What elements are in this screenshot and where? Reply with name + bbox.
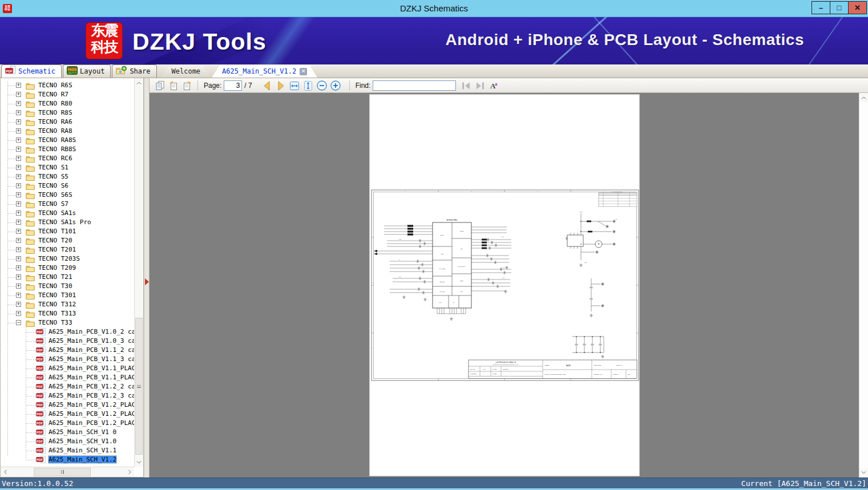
tree-file[interactable]: PDFA625_Main_PCB_V1.2_3 card — [1, 391, 134, 400]
tree-hscroll-thumb[interactable] — [34, 468, 91, 476]
tree-folder[interactable]: +TECNO RA6 — [1, 118, 134, 127]
fit-width-icon[interactable] — [288, 79, 301, 92]
tree-folder[interactable]: +TECNO T21 — [1, 273, 134, 282]
maximize-button[interactable]: □ — [830, 1, 849, 14]
tree-folder[interactable]: +TECNO R7 — [1, 90, 134, 99]
panel-splitter[interactable] — [144, 78, 150, 477]
tree-file[interactable]: PDFA625_Main_PCB_V1.1_3 card — [1, 355, 134, 364]
rotate-right-icon[interactable] — [180, 79, 194, 92]
expand-icon[interactable]: + — [16, 128, 21, 133]
tree-folder[interactable]: +TECNO R6S — [1, 81, 134, 90]
document-canvas[interactable]: MT6260 PMUBUCKLDOCHARGERLED DRVPWR SWREG… — [150, 93, 868, 477]
tree-folder[interactable]: +TECNO S6S — [1, 191, 134, 200]
tree-folder[interactable]: +TECNO S5 — [1, 172, 134, 181]
find-previous-icon[interactable] — [459, 79, 473, 92]
tree-file[interactable]: PDFA625_Main_PCB_V1.2_PLACEM — [1, 400, 134, 410]
tree-file[interactable]: PDFA625_Main_PCB_V1.1_PLACEM — [1, 373, 134, 382]
tree-vertical-scrollbar[interactable] — [134, 78, 143, 467]
tree-folder[interactable]: +TECNO T101 — [1, 227, 134, 236]
expand-icon[interactable]: + — [16, 311, 21, 316]
tree-folder[interactable]: +TECNO RA8S — [1, 136, 134, 145]
tree-file[interactable]: PDFA625_Main_SCH_V1 0 — [1, 428, 134, 437]
viewer-scroll-up-icon[interactable] — [859, 94, 868, 102]
expand-icon[interactable]: + — [16, 174, 21, 179]
viewer-scroll-down-icon[interactable] — [859, 468, 868, 477]
tree-folder[interactable]: +TECNO T20 — [1, 236, 134, 245]
expand-icon[interactable]: + — [16, 147, 21, 152]
tree-folder[interactable]: +TECNO T203S — [1, 254, 134, 264]
expand-icon[interactable]: + — [16, 183, 21, 188]
pdf-page[interactable]: MT6260 PMUBUCKLDOCHARGERLED DRVPWR SWREG… — [369, 94, 640, 476]
tab-document-a625[interactable]: A625_Main_SCH_V1.2 ✕ — [212, 65, 317, 78]
expand-icon[interactable]: + — [16, 238, 21, 243]
zoom-out-icon[interactable] — [315, 79, 329, 92]
scroll-right-icon[interactable] — [125, 467, 134, 477]
tree-folder[interactable]: +TECNO T313 — [1, 309, 134, 318]
tree-file[interactable]: PDFA625_Main_PCB_V1.1_2 card — [1, 346, 134, 355]
splitter-collapse-icon[interactable] — [145, 278, 149, 285]
tree-folder[interactable]: +TECNO T301 — [1, 291, 134, 300]
page-number-input[interactable] — [224, 80, 242, 91]
tree-folder[interactable]: +TECNO S1 — [1, 163, 134, 172]
expand-icon[interactable]: + — [16, 229, 21, 234]
expand-icon[interactable]: + — [16, 302, 21, 307]
tree-folder[interactable]: +TECNO S6 — [1, 181, 134, 191]
viewer-vertical-scrollbar[interactable] — [859, 93, 868, 477]
tree-folder[interactable]: +TECNO SA1s Pro — [1, 218, 134, 227]
rotate-left-icon[interactable] — [167, 79, 180, 92]
expand-icon[interactable]: + — [16, 165, 21, 170]
tree-file[interactable]: PDFA625_Main_PCB_V1.2_PLACEM — [1, 419, 134, 428]
expand-icon[interactable]: + — [16, 101, 21, 106]
tree-file[interactable]: PDFA625_Main_PCB_V1.0_2 card — [1, 327, 134, 337]
expand-icon[interactable]: + — [16, 274, 21, 280]
tree-folder[interactable]: +TECNO RA8 — [1, 127, 134, 136]
scroll-left-icon[interactable] — [1, 467, 10, 477]
expand-icon[interactable]: + — [16, 119, 21, 124]
expand-icon[interactable]: + — [16, 92, 21, 97]
tree-file[interactable]: PDFA625_Main_PCB_V1.1_PLACEM — [1, 364, 134, 373]
tree-folder[interactable]: +TECNO RB8S — [1, 145, 134, 154]
expand-icon[interactable]: + — [16, 256, 21, 261]
tree-horizontal-scrollbar[interactable] — [1, 467, 134, 477]
tree-folder[interactable]: +TECNO SA1s — [1, 209, 134, 218]
tab-welcome[interactable]: Welcome — [162, 65, 211, 78]
tree-folder[interactable]: +TECNO T201 — [1, 245, 134, 254]
expand-icon[interactable]: + — [16, 192, 21, 197]
find-next-icon[interactable] — [473, 79, 487, 92]
minimize-button[interactable]: – — [812, 1, 830, 14]
expand-icon[interactable]: + — [16, 137, 21, 143]
tree-folder[interactable]: −TECNO T33 — [1, 318, 134, 327]
tree-vscroll-thumb[interactable] — [135, 318, 143, 455]
tree-folder[interactable]: +TECNO R80 — [1, 99, 134, 108]
tree-file[interactable]: PDFA625_Main_SCH_V1.0 — [1, 437, 134, 446]
expand-icon[interactable]: + — [16, 83, 21, 88]
expand-icon[interactable]: + — [16, 284, 21, 289]
expand-icon[interactable]: + — [16, 265, 21, 270]
tab-schematic[interactable]: PDF Schematic — [1, 64, 62, 78]
find-input[interactable] — [373, 80, 456, 91]
collapse-icon[interactable]: − — [16, 320, 21, 325]
tree-file[interactable]: PDFA625_Main_PCB_V1.2_PLACEM — [1, 410, 134, 419]
scroll-up-icon[interactable] — [135, 78, 143, 87]
tree-folder[interactable]: +TECNO RC6 — [1, 154, 134, 163]
expand-icon[interactable]: + — [16, 210, 21, 216]
expand-icon[interactable]: + — [16, 110, 21, 115]
copy-page-icon[interactable] — [153, 79, 167, 92]
tree-folder[interactable]: +TECNO T209 — [1, 264, 134, 273]
zoom-in-icon[interactable] — [329, 79, 342, 92]
fit-page-icon[interactable] — [301, 79, 315, 92]
tree-file[interactable]: PDFA625_Main_SCH_V1.2 — [1, 455, 134, 464]
tree-folder[interactable]: +TECNO S7 — [1, 200, 134, 209]
tree-file[interactable]: PDFA625_Main_SCH_V1.1 — [1, 446, 134, 455]
next-page-icon[interactable] — [274, 79, 288, 92]
match-case-icon[interactable]: Aa — [487, 79, 500, 92]
tree-file[interactable]: PDFA625_Main_PCB_V1.2_2 card — [1, 382, 134, 391]
tree-folder[interactable]: +TECNO T30 — [1, 282, 134, 291]
previous-page-icon[interactable] — [260, 79, 274, 92]
tree-file[interactable]: PDFA625_Main_PCB_V1.0_3 card — [1, 337, 134, 346]
expand-icon[interactable]: + — [16, 293, 21, 298]
expand-icon[interactable]: + — [16, 247, 21, 252]
tree-folder[interactable]: +TECNO T312 — [1, 300, 134, 309]
tab-close-icon[interactable]: ✕ — [300, 68, 307, 75]
expand-icon[interactable]: + — [16, 201, 21, 206]
